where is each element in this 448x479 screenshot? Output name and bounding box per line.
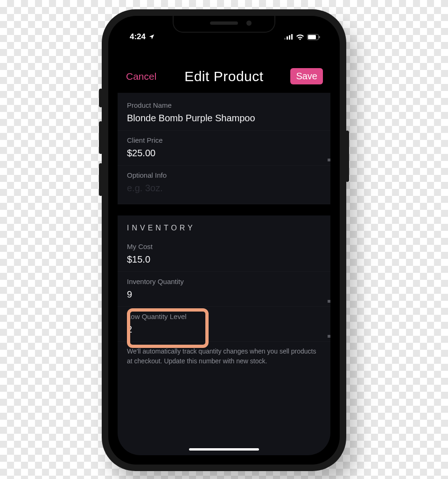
optional-info-field[interactable]: Optional Info <box>118 166 330 204</box>
low-quantity-input[interactable] <box>127 324 321 335</box>
client-price-input[interactable] <box>127 148 321 159</box>
page-title: Edit Product <box>163 69 285 84</box>
form: Product Name Client Price Optional Info … <box>118 93 330 455</box>
svg-rect-2 <box>289 35 290 40</box>
volume-down-button <box>99 163 103 196</box>
cancel-button[interactable]: Cancel <box>125 69 157 84</box>
front-camera <box>246 21 252 26</box>
speaker-grille <box>210 21 238 25</box>
svg-rect-6 <box>319 36 320 38</box>
client-price-field[interactable]: Client Price <box>118 131 330 166</box>
product-name-field[interactable]: Product Name <box>118 96 330 131</box>
inventory-section-header: INVENTORY <box>118 215 330 237</box>
svg-rect-5 <box>308 35 316 39</box>
low-quantity-label: Low Quantity Level <box>127 312 321 320</box>
my-cost-input[interactable] <box>127 254 321 265</box>
save-button[interactable]: Save <box>290 68 323 84</box>
home-indicator[interactable] <box>189 448 259 451</box>
screen: 4:24 <box>118 25 330 455</box>
svg-rect-1 <box>287 36 288 40</box>
section-divider <box>118 204 330 215</box>
svg-rect-0 <box>284 38 286 40</box>
mute-switch <box>99 89 103 107</box>
product-name-input[interactable] <box>127 113 321 124</box>
svg-rect-3 <box>291 34 293 40</box>
field-edge-marker <box>328 159 330 161</box>
client-price-label: Client Price <box>127 136 321 144</box>
inventory-note: We'll automatically track quantity chang… <box>118 342 330 377</box>
inventory-quantity-input[interactable] <box>127 289 321 300</box>
my-cost-label: My Cost <box>127 243 321 250</box>
field-edge-marker <box>328 335 330 338</box>
nav-bar: Cancel Edit Product Save <box>118 47 330 93</box>
low-quantity-field[interactable]: Low Quantity Level <box>118 307 330 342</box>
notch <box>173 16 275 33</box>
my-cost-field[interactable]: My Cost <box>118 237 330 272</box>
inventory-quantity-field[interactable]: Inventory Quantity <box>118 272 330 307</box>
wifi-icon <box>296 34 304 40</box>
power-button <box>345 131 349 182</box>
optional-info-label: Optional Info <box>127 171 321 179</box>
optional-info-input[interactable] <box>127 183 321 194</box>
inventory-quantity-label: Inventory Quantity <box>127 278 321 285</box>
product-name-label: Product Name <box>127 101 321 109</box>
battery-icon <box>307 34 320 40</box>
phone-device-frame: 4:24 <box>102 9 346 471</box>
location-arrow-icon <box>148 34 155 40</box>
cellular-signal-icon <box>284 34 293 40</box>
field-edge-marker <box>328 300 330 303</box>
status-time: 4:24 <box>130 32 146 42</box>
volume-up-button <box>99 121 103 154</box>
